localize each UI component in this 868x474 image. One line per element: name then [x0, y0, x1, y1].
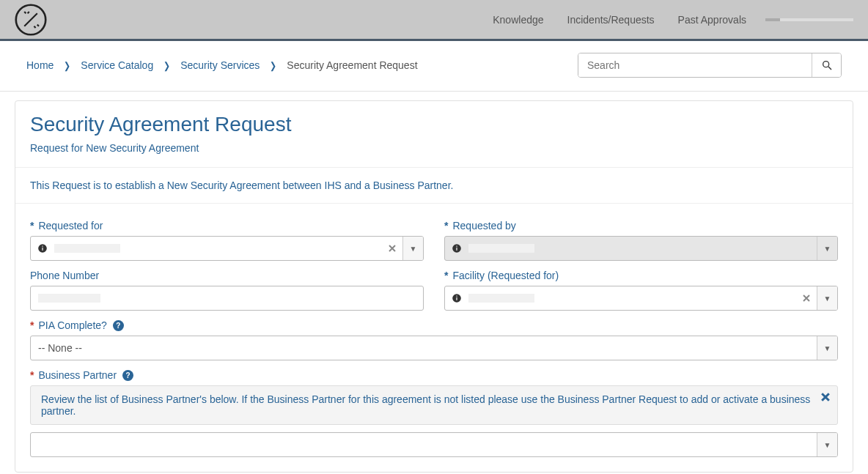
svg-rect-11 — [456, 296, 457, 297]
clear-button[interactable] — [382, 237, 402, 260]
chevron-right-icon: ❯ — [64, 59, 70, 71]
svg-rect-7 — [456, 248, 457, 251]
search-input[interactable] — [578, 53, 812, 77]
pia-value: -- None -- — [31, 336, 817, 360]
select-dropdown[interactable]: ▼ — [817, 433, 837, 456]
facility-label: Facility (Requested for) — [444, 270, 838, 281]
business-partner-select[interactable]: ▼ — [30, 432, 838, 457]
breadcrumb-service-catalog[interactable]: Service Catalog — [81, 59, 153, 71]
page-title: Security Agreement Request — [30, 113, 838, 136]
search-icon — [821, 59, 833, 71]
form-card: Security Agreement Request Request for N… — [15, 100, 853, 473]
svg-point-1 — [823, 62, 828, 67]
help-icon[interactable]: ? — [113, 320, 124, 331]
facility-field[interactable] — [468, 286, 796, 310]
card-header: Security Agreement Request Request for N… — [15, 101, 853, 168]
requested-by-group: ▼ — [444, 236, 838, 261]
lookup-dropdown[interactable]: ▼ — [817, 286, 837, 310]
logo — [15, 4, 47, 36]
svg-line-2 — [828, 67, 831, 70]
svg-rect-5 — [42, 246, 43, 247]
close-icon — [803, 295, 810, 302]
alert-close-button[interactable] — [821, 392, 830, 404]
svg-rect-8 — [456, 246, 457, 247]
close-icon — [821, 393, 830, 401]
nav-incidents[interactable]: Incidents/Requests — [556, 14, 666, 26]
phone-label: Phone Number — [30, 270, 424, 281]
nav-knowledge[interactable]: Knowledge — [481, 14, 555, 26]
help-icon[interactable]: ? — [122, 370, 133, 381]
nav-progress-track — [765, 18, 853, 21]
phone-field[interactable] — [30, 286, 424, 311]
sub-bar: Home ❯ Service Catalog ❯ Security Servic… — [0, 41, 868, 92]
pia-select[interactable]: -- None -- ▼ — [30, 336, 838, 360]
form-area: Requested for ▼ Requested by — [15, 204, 853, 472]
page-subtitle: Request for New Security Agreement — [30, 142, 838, 154]
chevron-right-icon: ❯ — [270, 59, 276, 71]
info-icon[interactable] — [445, 237, 468, 260]
top-bar: Knowledge Incidents/Requests Past Approv… — [0, 0, 868, 41]
breadcrumb: Home ❯ Service Catalog ❯ Security Servic… — [26, 59, 578, 71]
svg-rect-4 — [42, 248, 43, 251]
breadcrumb-current: Security Agreement Request — [287, 59, 417, 71]
requested-for-label: Requested for — [30, 220, 424, 232]
search-button[interactable] — [812, 53, 841, 77]
select-dropdown[interactable]: ▼ — [817, 336, 837, 360]
pia-label: PIA Complete? ? — [30, 319, 838, 331]
requested-for-group: ▼ — [30, 236, 424, 261]
chevron-right-icon: ❯ — [163, 59, 170, 71]
requested-for-field[interactable] — [54, 237, 382, 260]
breadcrumb-home[interactable]: Home — [26, 59, 54, 71]
svg-rect-10 — [456, 297, 457, 300]
breadcrumb-security-services[interactable]: Security Services — [180, 59, 260, 71]
requested-by-label: Requested by — [444, 220, 838, 232]
business-partner-value — [31, 433, 817, 456]
clear-button[interactable] — [796, 286, 817, 310]
business-partner-label: Business Partner ? — [30, 369, 838, 381]
requested-by-field — [468, 237, 817, 260]
lookup-dropdown[interactable]: ▼ — [402, 237, 423, 260]
page-description: This Request is to establish a New Secur… — [15, 168, 853, 204]
facility-group: ▼ — [444, 286, 838, 311]
lookup-dropdown: ▼ — [817, 237, 837, 260]
info-icon[interactable] — [445, 286, 468, 310]
search-group — [578, 53, 842, 78]
nav-past-approvals[interactable]: Past Approvals — [666, 14, 758, 26]
close-icon — [389, 245, 396, 252]
info-icon[interactable] — [31, 237, 54, 260]
business-partner-info: Review the list of Business Partner's be… — [30, 385, 838, 425]
